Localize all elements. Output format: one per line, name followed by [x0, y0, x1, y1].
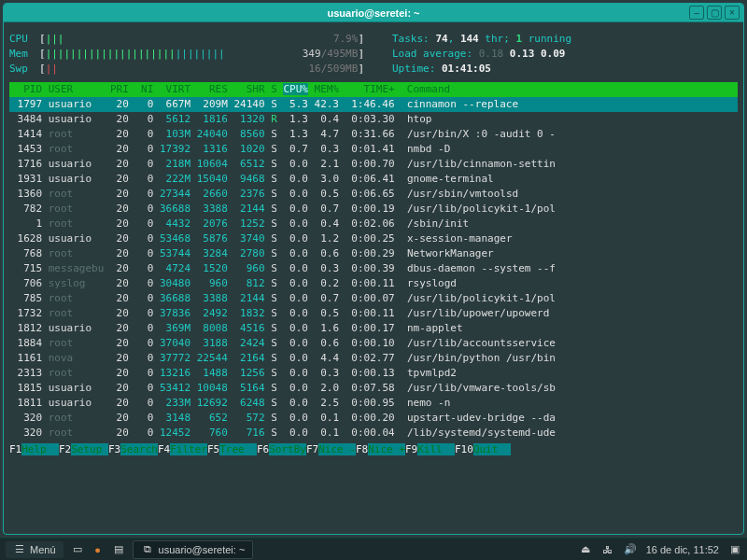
minimize-button[interactable]: – [689, 6, 704, 20]
swp-label: Swp [9, 62, 39, 77]
load-line: Load average: 0.18 0.13 0.09 [392, 47, 565, 62]
process-row[interactable]: 1732 root 20 0 37836 2492 1832 S 0.0 0.5… [9, 306, 738, 321]
show-desktop-icon[interactable]: ▭ [71, 543, 84, 556]
process-row[interactable]: 2313 root 20 0 13216 1488 1256 S 0.0 0.3… [9, 366, 738, 381]
process-row[interactable]: 320 root 20 0 12452 760 716 S 0.0 0.1 0:… [9, 426, 738, 441]
cpu-pct: 7.9% [333, 32, 359, 47]
tray-removable-icon[interactable]: ⏏ [579, 543, 592, 556]
process-row[interactable]: 1931 usuario 20 0 222M 15040 9468 S 0.0 … [9, 172, 738, 187]
terminal-icon: ⧉ [141, 543, 154, 556]
process-row[interactable]: 768 root 20 0 53744 3284 2780 S 0.0 0.6 … [9, 246, 738, 261]
tray-user-icon[interactable]: ▣ [728, 543, 741, 556]
firefox-icon[interactable]: ● [92, 543, 105, 556]
window-buttons: – ▢ × [689, 6, 740, 20]
process-row[interactable]: 1884 root 20 0 37040 3188 2424 S 0.0 0.6… [9, 336, 738, 351]
terminal-body[interactable]: CPU [|||7.9%] Tasks: 74, 144 thr; 1 runn… [4, 22, 743, 461]
process-row[interactable]: 1815 usuario 20 0 53412 10048 5164 S 0.0… [9, 381, 738, 396]
clock[interactable]: 16 de dic, 11:52 [646, 544, 719, 555]
swp-value: 16/509MB [308, 62, 358, 77]
process-row[interactable]: 785 root 20 0 36688 3388 2144 S 0.0 0.7 … [9, 291, 738, 306]
terminal-window: usuario@seretei: ~ – ▢ × CPU [|||7.9%] T… [3, 3, 744, 535]
taskbar-task-terminal[interactable]: ⧉ usuario@seretei: ~ [133, 540, 254, 559]
meter-block: CPU [|||7.9%] Tasks: 74, 144 thr; 1 runn… [9, 32, 738, 77]
column-headers[interactable]: PID USER PRI NI VIRT RES SHR S CPU% MEM%… [9, 82, 738, 97]
mem-value: 349/495MB [303, 47, 359, 62]
process-list[interactable]: 1797 usuario 20 0 667M 209M 24140 S 5.3 … [9, 97, 738, 441]
maximize-button[interactable]: ▢ [707, 6, 722, 20]
process-row[interactable]: 1360 root 20 0 27344 2660 2376 S 0.0 0.5… [9, 187, 738, 202]
process-row[interactable]: 1161 nova 20 0 37772 22544 2164 S 0.0 4.… [9, 351, 738, 366]
process-row[interactable]: 1628 usuario 20 0 53468 5876 3740 S 0.0 … [9, 231, 738, 246]
close-button[interactable]: × [725, 6, 740, 20]
desktop-taskbar[interactable]: ☰ Menú ▭ ● ▤ ⧉ usuario@seretei: ~ ⏏ 🖧 🔊 … [0, 538, 747, 560]
mem-label: Mem [9, 47, 39, 62]
menu-icon: ☰ [13, 543, 26, 556]
process-row[interactable]: 1797 usuario 20 0 667M 209M 24140 S 5.3 … [9, 97, 738, 112]
tray-volume-icon[interactable]: 🔊 [624, 543, 637, 556]
tray-network-icon[interactable]: 🖧 [601, 543, 614, 556]
process-row[interactable]: 706 syslog 20 0 30480 960 812 S 0.0 0.2 … [9, 276, 738, 291]
process-row[interactable]: 1414 root 20 0 103M 24040 8560 S 1.3 4.7… [9, 127, 738, 142]
process-row[interactable]: 1453 root 20 0 17392 1316 1020 S 0.7 0.3… [9, 142, 738, 157]
cpu-label: CPU [9, 32, 39, 47]
process-row[interactable]: 782 root 20 0 36688 3388 2144 S 0.0 0.7 … [9, 202, 738, 217]
menu-label: Menú [30, 544, 56, 555]
process-row[interactable]: 1812 usuario 20 0 369M 8008 4516 S 0.0 1… [9, 321, 738, 336]
start-menu-button[interactable]: ☰ Menú [6, 541, 63, 558]
window-title: usuario@seretei: ~ [327, 7, 419, 19]
process-row[interactable]: 715 messagebu 20 0 4724 1520 960 S 0.0 0… [9, 261, 738, 276]
uptime-line: Uptime: 01:41:05 [392, 62, 491, 77]
titlebar[interactable]: usuario@seretei: ~ – ▢ × [4, 4, 743, 22]
function-key-bar[interactable]: F1Help F2Setup F3SearchF4FilterF5Tree F6… [9, 441, 738, 457]
task-label: usuario@seretei: ~ [159, 544, 246, 555]
process-row[interactable]: 320 root 20 0 3148 652 572 S 0.0 0.1 0:0… [9, 411, 738, 426]
process-row[interactable]: 1 root 20 0 4432 2076 1252 S 0.0 0.4 0:0… [9, 217, 738, 231]
process-row[interactable]: 1811 usuario 20 0 233M 12692 6248 S 0.0 … [9, 396, 738, 411]
files-icon[interactable]: ▤ [112, 543, 125, 556]
tasks-line: Tasks: 74, 144 thr; 1 running [392, 32, 571, 47]
process-row[interactable]: 3484 usuario 20 0 5612 1816 1320 R 1.3 0… [9, 112, 738, 127]
process-row[interactable]: 1716 usuario 20 0 218M 10604 6512 S 0.0 … [9, 157, 738, 172]
